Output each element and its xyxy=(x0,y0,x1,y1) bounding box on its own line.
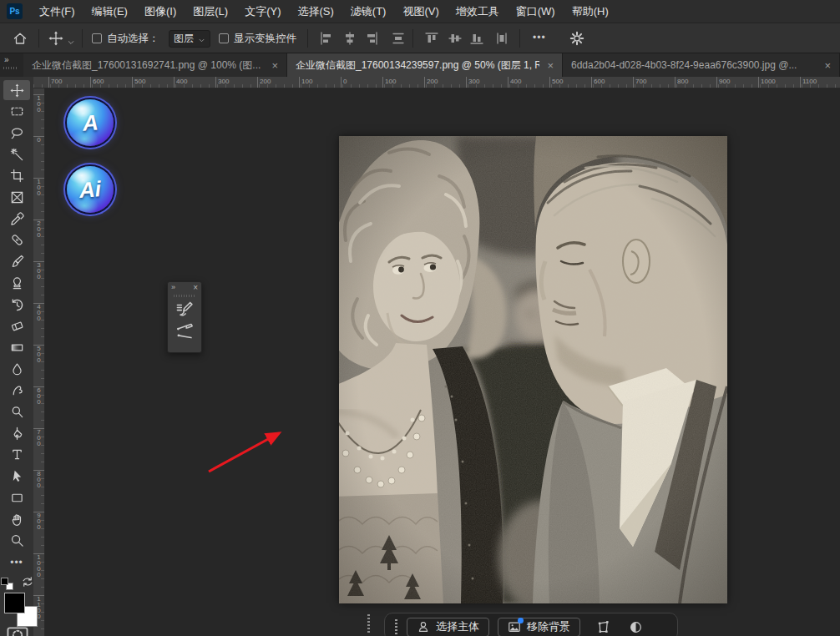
tab-close-icon[interactable]: × xyxy=(547,59,554,72)
menu-item-6[interactable]: 选择(S) xyxy=(289,0,342,23)
notification-badge xyxy=(518,618,524,623)
ruler-label: 500 xyxy=(132,77,145,88)
align-v-center-icon[interactable] xyxy=(448,31,463,46)
type-tool[interactable] xyxy=(3,445,30,465)
eyedropper-tool[interactable] xyxy=(3,209,30,229)
taskbar-outer-grip[interactable] xyxy=(367,614,370,634)
brush-settings-icon[interactable] xyxy=(175,300,194,319)
distribute-h-center-icon[interactable] xyxy=(494,31,509,46)
hand-tool[interactable] xyxy=(3,509,30,529)
ruler-label: 400 xyxy=(33,303,44,321)
toolbar-grip[interactable] xyxy=(3,67,18,69)
tool-preset-chevron-icon[interactable] xyxy=(67,35,75,43)
ruler-label: 0 xyxy=(341,77,347,88)
menu-item-2[interactable]: 编辑(E) xyxy=(83,0,136,23)
zoom-tool[interactable] xyxy=(3,531,30,551)
document-tab-1[interactable]: 企业微信截图_17600131692741.png @ 100% (图...× xyxy=(23,53,287,77)
align-h-center-icon[interactable] xyxy=(342,31,357,46)
rectangle-tool[interactable] xyxy=(3,487,30,507)
tab-close-icon[interactable]: × xyxy=(271,59,278,72)
crop-tool[interactable] xyxy=(3,166,30,186)
menu-item-8[interactable]: 视图(V) xyxy=(394,0,447,23)
app-icon-a[interactable]: A xyxy=(67,99,114,146)
smudge-tool[interactable] xyxy=(3,381,30,401)
blur-tool[interactable] xyxy=(3,359,30,379)
tab-bar: » 企业微信截图_17600131692741.png @ 100% (图...… xyxy=(0,53,840,77)
menu-item-5[interactable]: 文字(Y) xyxy=(236,0,289,23)
frame-tool[interactable] xyxy=(3,188,30,208)
magic-wand-tool[interactable] xyxy=(3,144,30,164)
vertical-ruler[interactable]: 100010020030040050060070080090010001100 xyxy=(33,88,45,636)
gear-icon[interactable] xyxy=(569,31,584,46)
panel-grip[interactable] xyxy=(174,295,195,297)
ruler-label: 100 xyxy=(382,77,396,88)
close-panel-icon[interactable]: × xyxy=(193,282,198,293)
menu-item-4[interactable]: 图层(L) xyxy=(185,0,236,23)
ruler-label: 100 xyxy=(33,178,44,196)
adjustment-icon[interactable] xyxy=(629,620,643,634)
photoshop-window: Ps 文件(F)编辑(E)图像(I)图层(L)文字(Y)选择(S)滤镜(T)视图… xyxy=(0,0,840,636)
app-icon-ai[interactable]: Ai xyxy=(67,166,114,213)
lasso-tool[interactable] xyxy=(3,123,30,143)
horizontal-ruler[interactable]: 7006005004003002001000100200300400500600… xyxy=(33,77,840,88)
auto-select-checkbox[interactable] xyxy=(92,33,102,43)
remove-background-button[interactable]: 移除背景 xyxy=(498,618,580,636)
tab-title: 6dda2b04-d028-4b03-8f24-9eaa676c3900.jpg… xyxy=(571,59,817,71)
mixer-brush-icon[interactable] xyxy=(175,322,194,341)
menu-item-7[interactable]: 滤镜(T) xyxy=(342,0,395,23)
default-colors-icon[interactable] xyxy=(1,578,13,590)
quick-mask-button[interactable] xyxy=(7,624,28,636)
auto-select-target-dropdown[interactable]: 图层 xyxy=(169,30,210,48)
select-subject-button[interactable]: 选择主体 xyxy=(407,618,489,636)
move-tool[interactable] xyxy=(3,80,30,100)
path-selection-tool[interactable] xyxy=(3,467,30,487)
menu-item-11[interactable]: 帮助(H) xyxy=(564,0,617,23)
collapse-panel-icon[interactable]: » xyxy=(171,282,175,293)
menu-item-9[interactable]: 增效工具 xyxy=(448,0,508,23)
ruler-label: 1100 xyxy=(800,77,817,88)
distribute-v-center-icon[interactable] xyxy=(391,31,406,46)
document-tab-3[interactable]: 6dda2b04-d028-4b03-8f24-9eaa676c3900.jpg… xyxy=(563,53,840,77)
menu-item-1[interactable]: 文件(F) xyxy=(31,0,83,23)
clone-stamp-tool[interactable] xyxy=(3,273,30,293)
current-tool-icon[interactable] xyxy=(48,31,63,46)
ruler-label: 800 xyxy=(675,77,688,88)
ruler-label: 300 xyxy=(215,77,229,88)
show-transform-checkbox[interactable] xyxy=(219,33,229,43)
swap-colors-icon[interactable] xyxy=(21,575,34,588)
ruler-label: 300 xyxy=(33,261,44,280)
double-chevron-icon[interactable]: » xyxy=(4,55,8,64)
eraser-tool[interactable] xyxy=(3,316,30,336)
brush-tool[interactable] xyxy=(3,252,30,272)
document-canvas[interactable] xyxy=(339,136,727,603)
transform-icon[interactable] xyxy=(596,620,610,634)
ruler-label: 100 xyxy=(33,94,44,113)
align-top-icon[interactable] xyxy=(424,31,439,46)
healing-brush-tool[interactable] xyxy=(3,230,30,250)
rectangular-marquee-tool[interactable] xyxy=(3,102,30,122)
menu-item-10[interactable]: 窗口(W) xyxy=(508,0,564,23)
foreground-color-swatch[interactable] xyxy=(4,593,25,613)
align-left-icon[interactable] xyxy=(319,31,334,46)
edit-toolbar-button[interactable]: ••• xyxy=(0,557,33,568)
home-icon[interactable] xyxy=(13,31,28,46)
tab-close-icon[interactable]: × xyxy=(824,59,831,72)
ruler-label: 200 xyxy=(424,77,438,88)
pen-tool[interactable] xyxy=(3,423,30,443)
align-bottom-icon[interactable] xyxy=(469,31,484,46)
toolbar-collapse-strip[interactable]: » xyxy=(0,53,23,77)
menu-item-3[interactable]: 图像(I) xyxy=(136,0,185,23)
gradient-tool[interactable] xyxy=(3,337,30,357)
person-icon xyxy=(417,620,430,633)
history-brush-tool[interactable] xyxy=(3,295,30,315)
align-right-icon[interactable] xyxy=(364,31,379,46)
ruler-label: 0 xyxy=(33,136,44,143)
taskbar-grip[interactable] xyxy=(395,619,397,634)
dodge-tool[interactable] xyxy=(3,402,30,422)
document-tab-2[interactable]: 企业微信截图_17600134239597.png @ 50% (图层 1, R… xyxy=(287,53,563,77)
ruler-label: 800 xyxy=(33,470,44,488)
ruler-label: 700 xyxy=(48,77,62,88)
tab-strip: 企业微信截图_17600131692741.png @ 100% (图...×企… xyxy=(23,53,840,77)
auto-select-label: 自动选择： xyxy=(107,23,159,53)
more-options-button[interactable]: ••• xyxy=(533,23,546,53)
